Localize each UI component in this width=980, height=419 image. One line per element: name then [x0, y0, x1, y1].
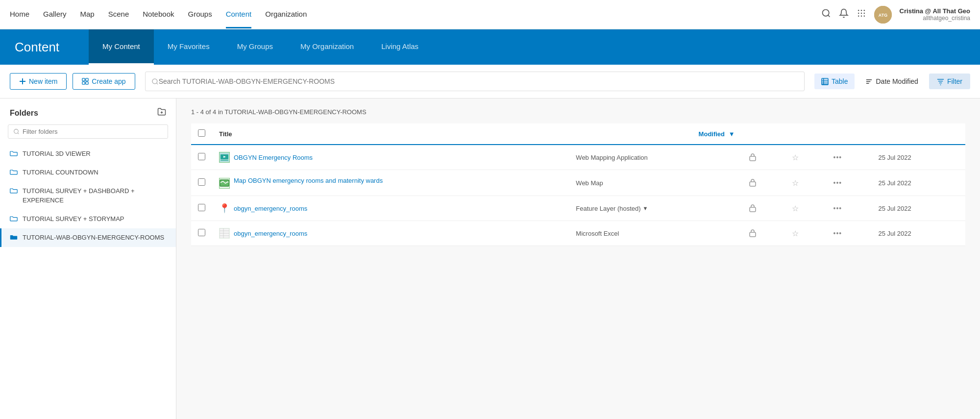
user-handle: allthatgeo_cristina	[900, 15, 970, 22]
folder-item-3d-viewer[interactable]: TUTORIAL 3D VIEWER	[0, 145, 176, 163]
item-type: Feature Layer (hosted) ▼	[576, 205, 735, 212]
folder-item-wab-obgyn[interactable]: TUTORIAL-WAB-OBGYN-EMERGENCY-ROOMS	[0, 228, 176, 247]
sort-button[interactable]: Date Modified	[858, 74, 925, 89]
row-date-cell: 25 Jul 2022	[871, 145, 965, 170]
items-table: Title Modified ▼	[191, 123, 965, 246]
table-view-button[interactable]: Table	[814, 74, 855, 89]
tab-my-favorites[interactable]: My Favorites	[154, 29, 223, 65]
search-icon[interactable]	[821, 8, 831, 21]
svg-rect-40	[220, 160, 228, 161]
modified-column-header[interactable]: Modified ▼	[569, 123, 741, 145]
more-options-icon[interactable]: •••	[833, 204, 842, 212]
main-content: Folders TUTORIAL 3D VIEWER TUT	[0, 99, 980, 419]
row-lock-cell	[742, 196, 785, 221]
item-title-link[interactable]: obgyn_emergency_rooms	[234, 205, 307, 212]
bell-icon[interactable]	[839, 8, 849, 21]
more-options-icon[interactable]: •••	[833, 229, 842, 237]
folder-icon	[10, 187, 18, 196]
lock-icon	[749, 206, 757, 214]
lock-icon	[749, 155, 757, 163]
more-options-icon[interactable]: •••	[833, 153, 842, 161]
tab-living-atlas[interactable]: Living Atlas	[368, 29, 432, 65]
search-bar	[145, 72, 805, 91]
folder-list: TUTORIAL 3D VIEWER TUTORIAL COUNTDOWN TU…	[0, 145, 176, 419]
tab-my-organization[interactable]: My Organization	[287, 29, 368, 65]
row-star-cell: ☆	[785, 145, 826, 170]
lock-icon	[749, 231, 757, 239]
folder-icon	[10, 169, 18, 177]
avatar[interactable]: ATG	[874, 6, 892, 24]
row-checkbox[interactable]	[198, 178, 205, 186]
table-row: 📍 obgyn_emergency_rooms Feature Layer (h…	[191, 196, 965, 221]
row-type-cell: Web Map	[569, 170, 741, 196]
user-info: Cristina @ All That Geo allthatgeo_crist…	[900, 7, 970, 22]
item-type-label: Microsoft Excel	[576, 230, 619, 237]
row-lock-cell	[742, 145, 785, 170]
filter-search-icon	[13, 128, 20, 135]
table-row: Map OBGYN emergency rooms and maternity …	[191, 170, 965, 196]
more-options-icon[interactable]: •••	[833, 179, 842, 187]
type-icon-wm	[219, 178, 230, 189]
row-date-cell: 25 Jul 2022	[871, 196, 965, 221]
sort-arrow: ▼	[729, 130, 735, 138]
nav-content[interactable]: Content	[226, 1, 252, 28]
svg-rect-41	[750, 156, 756, 161]
item-type-label: Web Mapping Application	[576, 154, 647, 161]
row-checkbox[interactable]	[198, 229, 205, 236]
item-type: Microsoft Excel	[576, 230, 735, 237]
feature-layer-dropdown[interactable]: ▼	[643, 205, 648, 211]
select-all-checkbox[interactable]	[198, 129, 205, 137]
svg-point-6	[860, 13, 862, 14]
svg-rect-46	[750, 207, 756, 212]
filter-button[interactable]: Filter	[929, 74, 970, 89]
nav-organization[interactable]: Organization	[265, 1, 307, 28]
star-icon[interactable]: ☆	[792, 153, 799, 162]
star-icon[interactable]: ☆	[792, 229, 799, 238]
lock-icon	[749, 180, 757, 188]
folder-item-survey-dashboard[interactable]: TUTORIAL SURVEY + DASHBOARD + EXPERIENCE	[0, 182, 176, 209]
table-label: Table	[832, 77, 848, 85]
create-app-button[interactable]: Create app	[73, 73, 135, 90]
search-input[interactable]	[159, 77, 798, 85]
row-star-cell: ☆	[785, 221, 826, 246]
grid-icon[interactable]	[857, 8, 866, 21]
folder-item-survey-storymap[interactable]: TUTORIAL SURVEY + STORYMAP	[0, 210, 176, 228]
tab-my-content[interactable]: My Content	[89, 29, 154, 65]
svg-point-5	[858, 13, 859, 14]
nav-groups[interactable]: Groups	[188, 1, 212, 28]
row-title-cell: obgyn_emergency_rooms	[212, 221, 569, 246]
nav-map[interactable]: Map	[80, 1, 95, 28]
star-icon[interactable]: ☆	[792, 179, 799, 187]
nav-gallery[interactable]: Gallery	[43, 1, 67, 28]
results-info: 1 - 4 of 4 in TUTORIAL-WAB-OBGYN-EMERGEN…	[191, 108, 965, 116]
row-checkbox[interactable]	[198, 153, 205, 160]
sidebar-header: Folders	[0, 99, 176, 124]
item-title-link[interactable]: obgyn_emergency_rooms	[234, 230, 307, 237]
svg-line-20	[156, 83, 158, 84]
new-item-button[interactable]: New item	[10, 73, 67, 90]
add-folder-button[interactable]	[157, 107, 166, 119]
nav-scene[interactable]: Scene	[108, 1, 129, 28]
svg-point-4	[863, 10, 865, 11]
row-checkbox[interactable]	[198, 204, 205, 211]
item-title-link[interactable]: Map OBGYN emergency rooms and maternity …	[234, 177, 383, 184]
type-icon-wma	[219, 152, 230, 163]
star-icon[interactable]: ☆	[792, 204, 799, 213]
row-lock-cell	[742, 170, 785, 196]
content-title: Content	[15, 40, 59, 55]
item-title-link[interactable]: OBGYN Emergency Rooms	[234, 154, 313, 161]
row-date-cell: 25 Jul 2022	[871, 170, 965, 196]
filter-folders-input[interactable]	[23, 128, 163, 135]
toolbar: New item Create app Table Date Modified …	[0, 65, 980, 99]
svg-point-8	[858, 16, 859, 17]
tab-my-groups[interactable]: My Groups	[223, 29, 287, 65]
svg-rect-16	[86, 78, 88, 81]
folder-item-countdown[interactable]: TUTORIAL COUNTDOWN	[0, 163, 176, 182]
row-date-cell: 25 Jul 2022	[871, 221, 965, 246]
folder-name: TUTORIAL SURVEY + STORYMAP	[23, 215, 124, 223]
filter-input	[8, 124, 168, 139]
svg-rect-45	[750, 182, 756, 186]
nav-right: ATG Cristina @ All That Geo allthatgeo_c…	[821, 6, 970, 24]
nav-home[interactable]: Home	[10, 1, 29, 28]
nav-notebook[interactable]: Notebook	[143, 1, 174, 28]
